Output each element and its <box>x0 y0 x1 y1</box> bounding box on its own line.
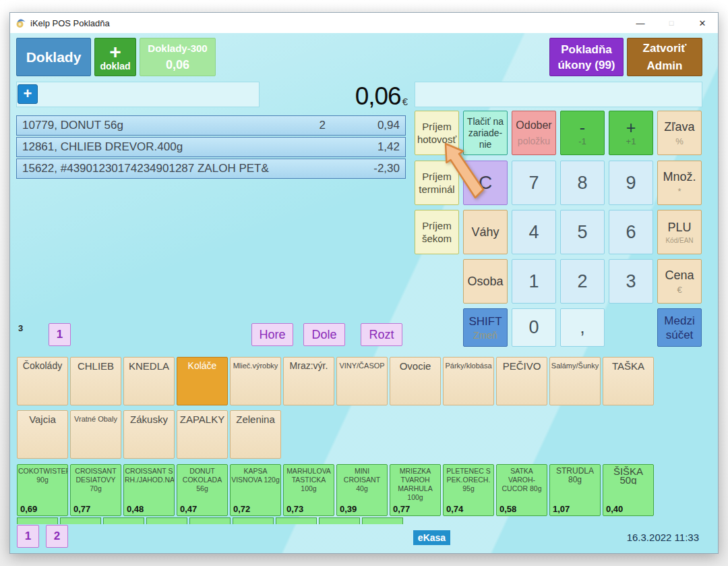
add-doklad-button[interactable]: + doklad <box>94 38 136 76</box>
category-zelenina[interactable]: Zelenina <box>230 410 281 459</box>
product-siska[interactable]: ŠIŠKA 50g 0,40 <box>603 464 654 516</box>
category-page-1-button[interactable]: 1 <box>49 323 71 346</box>
shift-button[interactable]: SHIFT Zmeň <box>463 308 508 347</box>
prijem-terminal-button[interactable]: Príjem terminál <box>415 161 459 205</box>
doklady-300-panel[interactable]: Doklady-300 0,06 <box>140 38 216 76</box>
receipt-row[interactable]: 15622, #43901230174234901287 ZALOH PET& … <box>16 159 406 179</box>
receipt-row[interactable]: 12861, CHLIEB DREVOR.400g 1,42 <box>16 137 406 157</box>
hore-button[interactable]: Hore <box>251 323 293 346</box>
digit-5-button[interactable]: 5 <box>560 210 605 254</box>
dole-button[interactable]: Dole <box>303 323 345 346</box>
button-label: Medzi <box>664 314 694 328</box>
zlava-button[interactable]: Zľava % <box>657 111 702 155</box>
pokladna-ukony-button[interactable]: Pokladňa úkony (99) <box>549 38 624 76</box>
category-taska[interactable]: TAŠKA <box>603 357 654 405</box>
product-croissant-desiatovy[interactable]: CROISSANT DESIATOVY 70g 0,77 <box>70 464 121 516</box>
category-salamy-sunky[interactable]: Salámy/Šunky <box>549 357 601 405</box>
category-chlieb[interactable]: CHLIEB <box>70 357 121 405</box>
category-pecivo[interactable]: PEČIVO <box>496 357 547 405</box>
product-row-clipped <box>146 517 187 524</box>
minimize-icon[interactable]: — <box>625 13 656 33</box>
product-name: MRIEZKA TVAROH MARHULA 100g <box>390 465 440 502</box>
product-price: 0,73 <box>286 504 303 514</box>
product-satka[interactable]: SATKA VAROH-CUCOR 80g 0,58 <box>496 464 547 516</box>
category-label: Koláče <box>188 360 217 405</box>
product-mini-croisant[interactable]: MINI CROISANT 40g 0,39 <box>336 464 388 516</box>
receipt-row[interactable]: 10779, DONUT 56g 2 0,94 <box>16 115 406 136</box>
digit-6-button[interactable]: 6 <box>609 210 653 254</box>
osoba-button[interactable]: Osoba <box>463 259 508 304</box>
product-name: DONUT COKOLADA 56g <box>177 465 227 493</box>
product-cokotwister[interactable]: COKOTWISTER 90g 0,69 <box>17 464 68 516</box>
digit-3-button[interactable]: 3 <box>609 259 653 304</box>
total-amount: 0,06 <box>355 84 401 109</box>
product-mriezka-tvaroh[interactable]: MRIEZKA TVAROH MARHULA 100g 0,77 <box>390 464 441 516</box>
product-kapsa-visnova[interactable]: KAPSA VISNOVA 120g 0,72 <box>230 464 281 516</box>
tlacit-na-zariadenie-button[interactable]: Tlačiť na zariade- nie <box>463 111 508 155</box>
zatvorit-line2: Admin <box>647 57 683 75</box>
scan-code-input[interactable] <box>415 82 702 107</box>
product-page-2-button[interactable]: 2 <box>46 525 68 548</box>
category-ovocie[interactable]: Ovocie <box>390 357 441 405</box>
category-kolace-selected[interactable]: Koláče <box>177 357 228 405</box>
ekasa-label: eKasa <box>418 532 446 543</box>
product-page-1-button[interactable]: 1 <box>17 525 39 548</box>
digit-4-button[interactable]: 4 <box>512 210 556 254</box>
zatvorit-admin-button[interactable]: Zatvoriť Admin <box>627 38 702 76</box>
digit-8-button[interactable]: 8 <box>560 161 605 205</box>
button-label: PLU <box>667 221 691 235</box>
category-label: Vajcia <box>29 414 56 458</box>
close-icon[interactable]: ✕ <box>687 13 718 33</box>
category-mliec-vyrobky[interactable]: Mlieč.výrobky <box>230 357 281 405</box>
button-label: Príjem <box>422 219 451 232</box>
product-donut-cokolada[interactable]: DONUT COKOLADA 56g 0,47 <box>177 464 228 516</box>
button-label: 1 <box>57 328 63 341</box>
product-row-clipped <box>319 517 360 524</box>
maximize-icon[interactable]: □ <box>656 13 687 33</box>
category-vajcia[interactable]: Vajcia <box>17 410 68 459</box>
category-zapalky[interactable]: ZAPALKY <box>177 410 228 459</box>
add-item-button[interactable]: + <box>18 84 38 104</box>
digit-0-button[interactable]: 0 <box>512 308 556 347</box>
item-entry-input[interactable] <box>16 82 260 107</box>
category-mraz-vyr[interactable]: Mraz:výr. <box>283 357 334 405</box>
rozt-button[interactable]: Rozt <box>361 323 402 346</box>
medzisucet-button[interactable]: Medzi súčet <box>657 308 702 347</box>
prijem-sekom-button[interactable]: Príjem šekom <box>415 210 459 254</box>
clear-button[interactable]: C <box>463 161 508 205</box>
product-croissant-s[interactable]: CROISSANT S RH./JAHOD.NAI 0,48 <box>123 464 175 516</box>
digit-9-button[interactable]: 9 <box>609 161 653 205</box>
button-label: 9 <box>626 173 636 194</box>
app-icon <box>16 18 26 28</box>
minus-icon: - <box>580 120 585 135</box>
product-pletenec[interactable]: PLETENEC S PEK.ORECH. 95g 0,74 <box>443 464 494 516</box>
increase-qty-button[interactable]: + +1 <box>609 111 653 155</box>
mnozstvo-button[interactable]: Množ. * <box>657 161 702 205</box>
decrease-qty-button[interactable]: - -1 <box>560 111 605 155</box>
doklady-button[interactable]: Doklady <box>16 38 91 76</box>
currency-symbol: € <box>402 95 408 109</box>
vahy-button[interactable]: Váhy <box>463 210 508 254</box>
product-strudla[interactable]: STRUDLA 80g 1,07 <box>549 464 601 516</box>
product-marhulova-tasticka[interactable]: MARHULOVA TASTICKA 100g 0,73 <box>283 464 334 516</box>
category-vratne-obaly[interactable]: Vratné Obaly <box>70 410 121 459</box>
category-parky-klobasa[interactable]: Párky/klobása <box>443 357 494 405</box>
digit-7-button[interactable]: 7 <box>512 161 556 205</box>
category-zakusky[interactable]: Zákusky <box>123 410 175 459</box>
digit-1-button[interactable]: 1 <box>512 259 556 304</box>
titlebar: iKelp POS Pokladňa — □ ✕ <box>10 13 718 33</box>
product-name: ŠIŠKA 50g <box>603 465 653 484</box>
button-label: súčet <box>666 328 694 342</box>
button-sublabel: položku <box>518 136 550 146</box>
digit-2-button[interactable]: 2 <box>560 259 605 304</box>
category-cokolady[interactable]: Čokolády <box>17 357 68 405</box>
comma-button[interactable]: , <box>560 308 605 347</box>
cena-button[interactable]: Cena € <box>657 259 702 304</box>
category-knedla[interactable]: KNEDLA <box>123 357 175 405</box>
button-label: šekom <box>422 232 452 245</box>
odober-polozku-button[interactable]: Odober položku <box>512 111 556 155</box>
category-viny-casop[interactable]: VINY/ČASOP <box>336 357 388 405</box>
prijem-hotovost-button[interactable]: Príjem hotovosť <box>415 111 459 155</box>
plu-button[interactable]: PLU Kód/EAN <box>657 210 702 254</box>
button-sublabel: % <box>675 136 684 146</box>
